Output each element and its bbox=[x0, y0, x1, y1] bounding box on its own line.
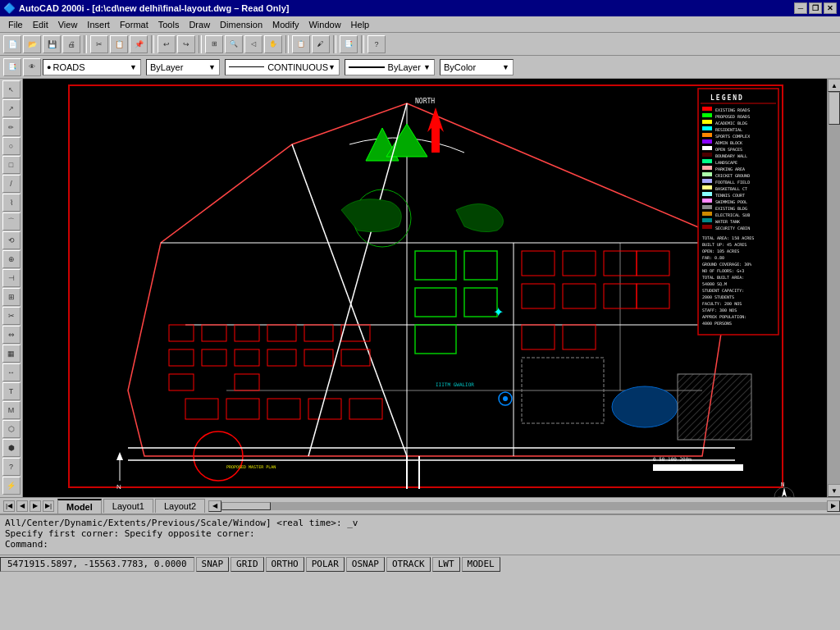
polyline-button[interactable]: ⌇ bbox=[2, 194, 21, 212]
command-input[interactable] bbox=[48, 539, 835, 550]
menu-dimension[interactable]: Dimension bbox=[215, 18, 267, 31]
rotate-button[interactable]: ⟲ bbox=[2, 231, 21, 249]
color-dropdown[interactable]: ByLayer ▼ bbox=[146, 59, 220, 75]
zoom-prev-button[interactable]: ◁ bbox=[244, 35, 262, 53]
dimension-button[interactable]: ↔ bbox=[2, 363, 21, 381]
layer-visibility-button[interactable]: 👁 bbox=[23, 58, 41, 76]
extend-button[interactable]: ⇔ bbox=[2, 326, 21, 344]
hscroll-thumb[interactable] bbox=[221, 502, 271, 510]
layer-manager-button[interactable]: 📑 bbox=[3, 58, 21, 76]
text-button[interactable]: T bbox=[2, 382, 21, 400]
lineweight-arrow[interactable]: ▼ bbox=[423, 63, 431, 71]
new-button[interactable]: 📄 bbox=[3, 35, 21, 53]
vscroll-up[interactable]: ▲ bbox=[828, 79, 840, 92]
menu-help[interactable]: Help bbox=[346, 18, 375, 31]
minimize-button[interactable]: ─ bbox=[794, 2, 807, 14]
snap-button[interactable]: ⚡ bbox=[2, 477, 21, 495]
command-prompt-area[interactable]: Command: bbox=[5, 539, 835, 550]
svg-text:BASKETBALL CT: BASKETBALL CT bbox=[715, 186, 747, 191]
offset-button[interactable]: ⊞ bbox=[2, 288, 21, 306]
tab-layout2[interactable]: Layout2 bbox=[155, 499, 205, 513]
menu-view[interactable]: View bbox=[53, 18, 83, 31]
tab-first[interactable]: |◀ bbox=[3, 500, 15, 512]
layer-button[interactable]: 📑 bbox=[340, 35, 358, 53]
matchprop-button[interactable]: 🖌 bbox=[312, 35, 330, 53]
vscrollbar[interactable]: ▲ ▼ bbox=[827, 79, 840, 497]
snap-toggle[interactable]: SNAP bbox=[196, 557, 230, 572]
svg-text:STAFF: 300 NOS: STAFF: 300 NOS bbox=[702, 308, 737, 313]
trim-button[interactable]: ✂ bbox=[2, 307, 21, 325]
undo-button[interactable]: ↩ bbox=[158, 35, 176, 53]
tab-layout1[interactable]: Layout1 bbox=[103, 499, 153, 513]
hscroll-left[interactable]: ◀ bbox=[208, 500, 221, 512]
mtext-button[interactable]: M bbox=[2, 401, 21, 419]
mirror-button[interactable]: ⊣ bbox=[2, 269, 21, 287]
lineweight-dropdown[interactable]: ByLayer ▼ bbox=[345, 59, 435, 75]
pan-button[interactable]: ✋ bbox=[264, 35, 282, 53]
menu-file[interactable]: File bbox=[3, 18, 28, 31]
menu-edit[interactable]: Edit bbox=[28, 18, 53, 31]
menu-modify[interactable]: Modify bbox=[267, 18, 304, 31]
svg-text:FOOTBALL FIELD: FOOTBALL FIELD bbox=[715, 180, 750, 185]
svg-text:2000 STUDENTS: 2000 STUDENTS bbox=[702, 294, 734, 299]
tab-prev[interactable]: ◀ bbox=[16, 500, 28, 512]
erase-button[interactable]: ✏ bbox=[2, 118, 21, 136]
hscroll-right[interactable]: ▶ bbox=[827, 500, 840, 512]
ortho-toggle[interactable]: ORTHO bbox=[266, 557, 304, 572]
vscroll-down[interactable]: ▼ bbox=[828, 484, 840, 497]
model-toggle[interactable]: MODEL bbox=[462, 557, 500, 572]
zoom-window-button[interactable]: ⊞ bbox=[205, 35, 223, 53]
copy-button[interactable]: 📋 bbox=[110, 35, 128, 53]
copy-obj-button[interactable]: ⊕ bbox=[2, 250, 21, 268]
menu-draw[interactable]: Draw bbox=[184, 18, 215, 31]
menu-tools[interactable]: Tools bbox=[153, 18, 185, 31]
tab-last[interactable]: ▶| bbox=[43, 500, 54, 512]
block-button[interactable]: ⬢ bbox=[2, 439, 21, 457]
open-button[interactable]: 📂 bbox=[23, 35, 41, 53]
color-arrow[interactable]: ▼ bbox=[208, 63, 216, 71]
zoom-realtime-button[interactable]: 🔍 bbox=[225, 35, 243, 53]
properties-button[interactable]: 📋 bbox=[292, 35, 310, 53]
tab-next[interactable]: ▶ bbox=[30, 500, 41, 512]
menu-format[interactable]: Format bbox=[115, 18, 153, 31]
otrack-toggle[interactable]: OTRACK bbox=[386, 557, 431, 572]
line-button[interactable]: / bbox=[2, 175, 21, 193]
drawing-area[interactable]: NORTH bbox=[23, 79, 840, 497]
arc-button[interactable]: ⌒ bbox=[2, 212, 21, 231]
select-button[interactable]: ↗ bbox=[2, 99, 21, 117]
plotstyle-dropdown[interactable]: ByColor ▼ bbox=[440, 59, 514, 75]
rectangle-button[interactable]: □ bbox=[2, 156, 21, 174]
layer-arrow[interactable]: ▼ bbox=[130, 63, 137, 71]
title-bar-buttons[interactable]: ─ ❐ ✕ bbox=[794, 2, 837, 14]
save-button[interactable]: 💾 bbox=[43, 35, 61, 53]
menu-insert[interactable]: Insert bbox=[82, 18, 115, 31]
hscroll-track[interactable] bbox=[221, 502, 827, 510]
hatch-button[interactable]: ▦ bbox=[2, 345, 21, 363]
osnap-toggle[interactable]: OSNAP bbox=[346, 557, 385, 572]
redo-button[interactable]: ↪ bbox=[177, 35, 195, 53]
plotstyle-arrow[interactable]: ▼ bbox=[502, 63, 509, 71]
grid-toggle[interactable]: GRID bbox=[231, 557, 264, 572]
vscroll-track[interactable] bbox=[828, 92, 840, 484]
maximize-button[interactable]: ❐ bbox=[809, 2, 822, 14]
layer-dropdown[interactable]: ● ROADS ▼ bbox=[43, 59, 141, 75]
close-button[interactable]: ✕ bbox=[824, 2, 837, 14]
insert-button[interactable]: ⬡ bbox=[2, 420, 21, 438]
svg-rect-97 bbox=[702, 192, 712, 196]
inquiry-button[interactable]: ? bbox=[2, 458, 21, 476]
paste-button[interactable]: 📌 bbox=[130, 35, 148, 53]
hscrollbar[interactable]: ◀ ▶ bbox=[208, 500, 840, 512]
cut-button[interactable]: ✂ bbox=[90, 35, 108, 53]
print-button[interactable]: 🖨 bbox=[62, 35, 80, 53]
left-toolbar: ↖ ↗ ✏ ○ □ / ⌇ ⌒ ⟲ ⊕ ⊣ ⊞ ✂ ⇔ ▦ ↔ T M ⬡ ⬢ … bbox=[0, 79, 23, 497]
tab-model[interactable]: Model bbox=[57, 499, 102, 514]
circle-button[interactable]: ○ bbox=[2, 137, 21, 155]
help-button[interactable]: ? bbox=[368, 35, 386, 53]
vscroll-thumb[interactable] bbox=[829, 92, 840, 125]
pickbox-button[interactable]: ↖ bbox=[2, 80, 21, 98]
linetype-dropdown[interactable]: CONTINUOUS ▼ bbox=[225, 59, 340, 75]
menu-window[interactable]: Window bbox=[304, 18, 345, 31]
lwt-toggle[interactable]: LWT bbox=[432, 557, 460, 572]
polar-toggle[interactable]: POLAR bbox=[306, 557, 345, 572]
linetype-arrow[interactable]: ▼ bbox=[328, 63, 336, 71]
